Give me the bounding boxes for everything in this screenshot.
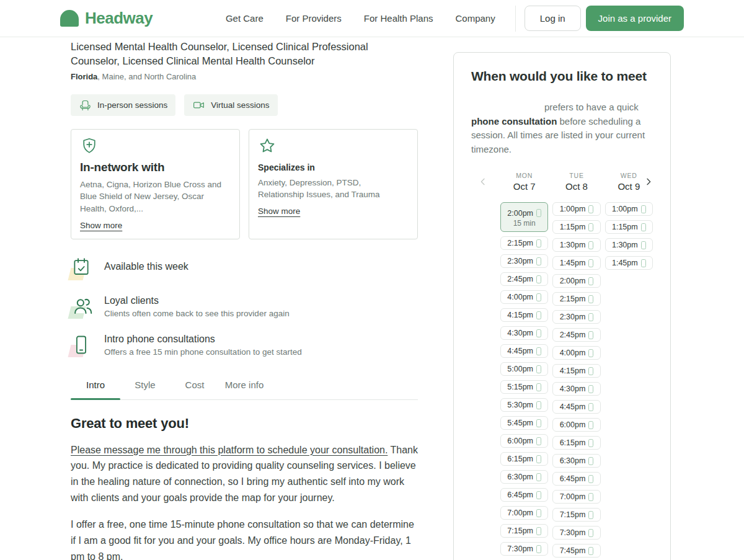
calendar-time-slots: 2:00pm 15 min 2:15pm 2:30pm 2:45pm 4:00p… bbox=[500, 202, 653, 560]
time-slot-oct-9-1-00pm[interactable]: 1:00pm bbox=[605, 202, 653, 216]
day-date: Oct 7 bbox=[500, 181, 548, 192]
nav-link-for-providers[interactable]: For Providers bbox=[286, 13, 342, 24]
brand-name: Headway bbox=[85, 9, 153, 28]
time-slot-oct-7-4-00pm[interactable]: 4:00pm bbox=[500, 290, 548, 304]
previous-days-button[interactable] bbox=[477, 176, 489, 190]
slot-time: 5:00pm bbox=[507, 365, 533, 373]
time-slot-oct-7-2-30pm[interactable]: 2:30pm bbox=[500, 254, 548, 268]
in-network-list: Aetna, Cigna, Horizon Blue Cross and Blu… bbox=[80, 179, 231, 215]
time-slot-oct-8-2-00pm[interactable]: 2:00pm bbox=[552, 274, 600, 288]
phone-slot-icon bbox=[641, 241, 646, 249]
time-slot-oct-8-7-30pm[interactable]: 7:30pm bbox=[552, 526, 600, 540]
nav-link-company[interactable]: Company bbox=[456, 13, 495, 24]
phone-slot-icon bbox=[536, 401, 541, 409]
time-slot-oct-7-2-45pm[interactable]: 2:45pm bbox=[500, 272, 548, 286]
feature-text: Available this week bbox=[104, 256, 188, 272]
phone-slot-icon bbox=[641, 223, 646, 231]
time-slot-oct-7-4-15pm[interactable]: 4:15pm bbox=[500, 308, 548, 322]
slot-time: 7:00pm bbox=[507, 509, 533, 517]
headway-logo[interactable]: Headway bbox=[60, 9, 153, 28]
time-slot-oct-8-1-45pm[interactable]: 1:45pm bbox=[552, 256, 600, 270]
time-slot-oct-8-6-15pm[interactable]: 6:15pm bbox=[552, 436, 600, 450]
time-slot-oct-7-6-45pm[interactable]: 6:45pm bbox=[500, 488, 548, 502]
phone-slot-icon bbox=[588, 475, 593, 483]
time-slot-oct-9-1-15pm[interactable]: 1:15pm bbox=[605, 220, 653, 234]
time-slot-oct-8-4-15pm[interactable]: 4:15pm bbox=[552, 364, 600, 378]
phone-slot-icon bbox=[588, 241, 593, 249]
slot-time: 7:30pm bbox=[560, 528, 586, 537]
phone-slot-icon bbox=[536, 383, 541, 391]
time-slot-oct-7-5-15pm[interactable]: 5:15pm bbox=[500, 380, 548, 394]
header-divider bbox=[515, 6, 516, 32]
intro-heading: Great to meet you! bbox=[71, 416, 418, 432]
chair-icon bbox=[79, 99, 92, 112]
next-days-button[interactable] bbox=[642, 176, 655, 190]
slot-time: 7:15pm bbox=[507, 527, 533, 535]
time-slot-oct-8-4-45pm[interactable]: 4:45pm bbox=[552, 400, 600, 414]
slot-time: 4:45pm bbox=[507, 347, 533, 355]
message-me-link[interactable]: Please message me through this platform … bbox=[71, 445, 388, 455]
time-slot-oct-8-4-00pm[interactable]: 4:00pm bbox=[552, 346, 600, 360]
feature-loyal-clients: Loyal clientsClients often come back to … bbox=[71, 294, 418, 319]
time-slot-oct-8-6-30pm[interactable]: 6:30pm bbox=[552, 454, 600, 468]
time-slot-oct-7-5-30pm[interactable]: 5:30pm bbox=[500, 398, 548, 412]
in-network-title: In-network with bbox=[80, 161, 231, 174]
slot-time: 2:45pm bbox=[507, 275, 533, 283]
tab-cost[interactable]: Cost bbox=[170, 374, 219, 399]
tab-intro[interactable]: Intro bbox=[71, 374, 120, 399]
in-network-show-more-link[interactable]: Show more bbox=[80, 221, 122, 230]
time-slot-oct-7-6-30pm[interactable]: 6:30pm bbox=[500, 470, 548, 484]
time-slot-oct-8-1-30pm[interactable]: 1:30pm bbox=[552, 238, 600, 252]
slot-time: 6:00pm bbox=[560, 420, 586, 429]
time-slot-oct-7-2-00pm[interactable]: 2:00pm 15 min bbox=[500, 202, 548, 232]
time-slot-oct-7-7-15pm[interactable]: 7:15pm bbox=[500, 524, 548, 538]
time-slot-oct-8-7-45pm[interactable]: 7:45pm bbox=[552, 544, 600, 558]
time-slot-oct-7-6-15pm[interactable]: 6:15pm bbox=[500, 452, 548, 466]
slot-time: 2:15pm bbox=[507, 239, 533, 247]
time-slot-oct-8-6-00pm[interactable]: 6:00pm bbox=[552, 418, 600, 432]
time-slot-oct-8-1-15pm[interactable]: 1:15pm bbox=[552, 220, 600, 234]
booking-panel-title: When would you like to meet bbox=[471, 69, 653, 84]
day-of-week: MON bbox=[500, 172, 548, 179]
intro-paragraph-2: I offer a free, one time 15-minute phone… bbox=[71, 517, 418, 560]
nav-link-get-care[interactable]: Get Care bbox=[226, 13, 264, 24]
log-in-button[interactable]: Log in bbox=[525, 6, 581, 31]
time-slot-oct-8-2-15pm[interactable]: 2:15pm bbox=[552, 292, 600, 306]
slot-time: 2:45pm bbox=[560, 331, 586, 339]
calendar-day-headers: MON Oct 7 TUE Oct 8 WED Oct 9 bbox=[500, 172, 653, 192]
specialties-card: Specializes in Anxiety, Depression, PTSD… bbox=[249, 129, 418, 239]
day-header-oct-7: MON Oct 7 bbox=[500, 172, 548, 192]
time-slot-oct-7-6-00pm[interactable]: 6:00pm bbox=[500, 434, 548, 448]
time-slot-oct-8-6-45pm[interactable]: 6:45pm bbox=[552, 472, 600, 486]
time-slot-oct-7-2-15pm[interactable]: 2:15pm bbox=[500, 236, 548, 250]
chevron-left-icon bbox=[478, 177, 488, 187]
time-slot-oct-7-4-30pm[interactable]: 4:30pm bbox=[500, 326, 548, 340]
nav-link-for-health-plans[interactable]: For Health Plans bbox=[364, 13, 433, 24]
slot-time: 1:15pm bbox=[612, 223, 638, 231]
specialties-show-more-link[interactable]: Show more bbox=[258, 207, 300, 216]
phone-slot-icon bbox=[588, 331, 593, 339]
time-slot-oct-8-1-00pm[interactable]: 1:00pm bbox=[552, 202, 600, 216]
time-slot-oct-7-7-00pm[interactable]: 7:00pm bbox=[500, 506, 548, 520]
tab-more-info[interactable]: More info bbox=[219, 374, 269, 399]
time-slot-oct-7-5-45pm[interactable]: 5:45pm bbox=[500, 416, 548, 430]
time-slot-oct-7-5-00pm[interactable]: 5:00pm bbox=[500, 362, 548, 376]
calendar-check-icon bbox=[71, 256, 92, 278]
time-slot-oct-8-2-30pm[interactable]: 2:30pm bbox=[552, 310, 600, 324]
time-slot-oct-7-4-45pm[interactable]: 4:45pm bbox=[500, 344, 548, 358]
time-slot-oct-8-4-30pm[interactable]: 4:30pm bbox=[552, 382, 600, 396]
tab-style[interactable]: Style bbox=[120, 374, 170, 399]
phone-slot-icon bbox=[536, 491, 541, 499]
feature-text: Intro phone consultationsOffers a free 1… bbox=[104, 332, 302, 357]
time-slot-oct-8-7-15pm[interactable]: 7:15pm bbox=[552, 508, 600, 522]
time-slot-oct-7-7-30pm[interactable]: 7:30pm bbox=[500, 542, 548, 556]
time-slot-oct-8-7-00pm[interactable]: 7:00pm bbox=[552, 490, 600, 504]
time-slot-oct-9-1-30pm[interactable]: 1:30pm bbox=[605, 238, 653, 252]
phone-slot-icon bbox=[588, 313, 593, 321]
phone-slot-icon bbox=[536, 293, 541, 301]
join-as-provider-button[interactable]: Join as a provider bbox=[586, 6, 684, 31]
phone-slot-icon bbox=[536, 455, 541, 463]
time-slot-oct-9-1-45pm[interactable]: 1:45pm bbox=[605, 256, 653, 270]
time-slot-oct-8-2-45pm[interactable]: 2:45pm bbox=[552, 328, 600, 342]
slot-time: 1:30pm bbox=[612, 241, 638, 249]
